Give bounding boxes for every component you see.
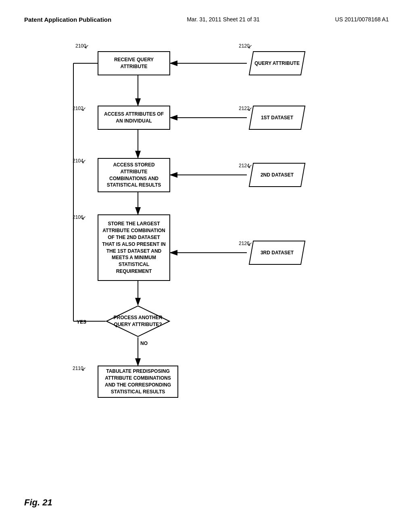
box-2106: STORE THE LARGEST ATTRIBUTE COMBINATION … (98, 214, 170, 281)
squiggle-2110: ↙ (81, 366, 86, 372)
box-2104: ACCESS STORED ATTRIBUTE COMBINATIONS AND… (98, 158, 170, 192)
page: Patent Application Publication Mar. 31, … (0, 0, 413, 532)
squiggle-2100: ↙ (84, 43, 89, 50)
diagram: 2100 ↙ RECEIVE QUERY ATTRIBUTE 2120 ↙ QU… (49, 39, 364, 422)
box-2126: 3RD DATASET (249, 241, 306, 265)
yes-label: YES (77, 319, 86, 325)
squiggle-2102: ↙ (81, 106, 86, 112)
box-2124: 2ND DATASET (249, 163, 306, 187)
box-2110: TABULATE PREDISPOSING ATTRIBUTE COMBINAT… (98, 366, 178, 398)
fig-label: Fig. 21 (24, 497, 52, 508)
squiggle-2104: ↙ (81, 158, 86, 164)
box-2102: ACCESS ATTRIBUTES OF AN INDIVIDUAL (98, 106, 170, 130)
box-2100: RECEIVE QUERY ATTRIBUTE (98, 51, 170, 75)
squiggle-2120: ↙ (248, 43, 252, 50)
header-patent: US 2011/0078168 A1 (335, 16, 389, 23)
no-label: NO (140, 341, 148, 346)
header-title: Patent Application Publication (24, 16, 111, 23)
diamond-2108: PROCESS ANOTHER QUERY ATTRIBUTE? (106, 305, 170, 337)
box-2122: 1ST DATASET (249, 106, 306, 130)
box-2120: QUERY ATTRIBUTE (249, 51, 306, 75)
header: Patent Application Publication Mar. 31, … (24, 16, 389, 23)
header-center: Mar. 31, 2011 Sheet 21 of 31 (187, 16, 260, 23)
squiggle-2106: ↙ (81, 214, 86, 221)
arrows-svg (49, 39, 364, 422)
